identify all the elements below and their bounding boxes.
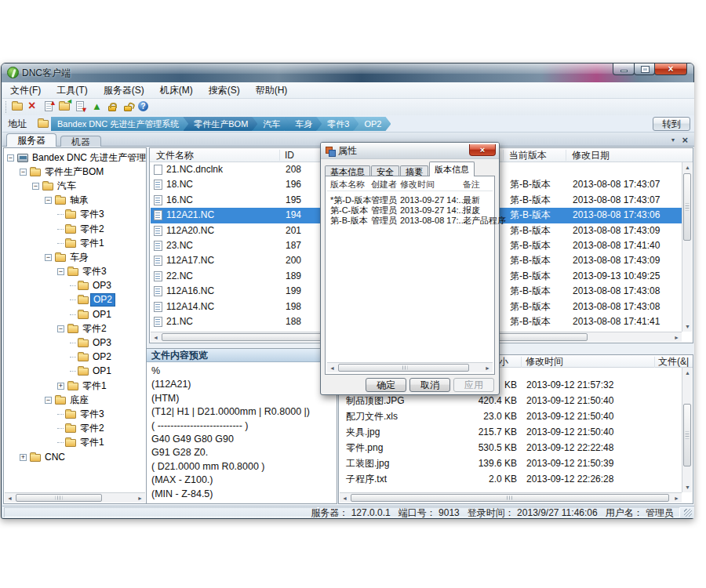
related-vscrollbar[interactable]: ▲▼ — [682, 368, 692, 492]
related-size: 23.0 KB — [471, 408, 517, 424]
dialog-hscrollbar[interactable]: ◄► — [327, 362, 493, 372]
lock-icon[interactable] — [105, 100, 119, 114]
send-to-folder-icon[interactable]: ◄ — [58, 100, 72, 114]
file-version: 第-B-版本 — [510, 193, 551, 208]
related-row-5[interactable]: 工装图.jpg139.6 KB2013-09-12 21:50:39 — [340, 456, 682, 471]
tree-item-OP3[interactable]: OP3 — [4, 336, 146, 350]
version-col-header-2[interactable]: 修改时间 — [400, 179, 435, 190]
resize-grip[interactable] — [684, 509, 692, 517]
tree-item-零件3[interactable]: 零件3 — [4, 208, 146, 222]
collapse-icon[interactable]: − — [20, 169, 27, 176]
file-id: 198 — [286, 299, 301, 314]
view-tab-server[interactable]: 服务器 — [6, 133, 56, 147]
tree-item-OP1[interactable]: OP1 — [4, 307, 146, 321]
related-row-6[interactable]: 子程序.txt2.0 KB2013-09-12 22:26:28 — [340, 471, 682, 487]
related-hscrollbar[interactable]: ◄► — [340, 492, 682, 503]
tree-item-底座[interactable]: −底座 — [4, 393, 146, 407]
tree-item-车身[interactable]: −车身 — [4, 250, 146, 264]
help-icon[interactable]: ? — [136, 100, 151, 114]
version-cell: 老产品程序 — [463, 216, 506, 226]
col-header-id[interactable]: ID — [285, 148, 294, 162]
version-cell: 报废 — [463, 205, 480, 216]
delete-icon[interactable]: × — [27, 100, 41, 114]
expand-icon[interactable]: + — [57, 383, 64, 390]
related-row-2[interactable]: 配刀文件.xls23.0 KB2013-09-12 21:50:40 — [340, 408, 682, 424]
menu-item-4[interactable]: 搜索(S) — [201, 82, 248, 99]
ok-button[interactable]: 确定 — [366, 378, 406, 392]
tree-item-零件3[interactable]: −零件3 — [4, 265, 146, 279]
tree-item-零件1[interactable]: 零件1 — [4, 436, 146, 450]
menu-item-0[interactable]: 文件(F) — [2, 82, 49, 99]
preview-line-5: G40 G49 G80 G90 — [151, 433, 337, 446]
expand-icon[interactable]: + — [20, 454, 27, 461]
version-col-header-3[interactable]: 备注 — [463, 179, 480, 190]
related-row-1[interactable]: 制品顶图.JPG420.4 KB2013-09-12 21:50:40 — [340, 393, 682, 408]
tree-hscrollbar[interactable]: ◄► — [5, 492, 145, 503]
col-header-size[interactable]: 小 — [499, 355, 508, 368]
menu-item-3[interactable]: 机床(M) — [152, 82, 201, 99]
tree-connector — [70, 285, 76, 286]
new-folder-icon[interactable] — [11, 100, 25, 114]
tree-item-Bandex DNC 先进生产管理系统[interactable]: −Bandex DNC 先进生产管理系统 — [4, 151, 146, 165]
col-header-version[interactable]: 当前版本 — [509, 148, 547, 162]
version-row-1[interactable]: 第-C-版本管理员2013-09-27 14:...报废 — [326, 205, 494, 216]
tree-item-零件2[interactable]: −零件2 — [4, 321, 146, 336]
tree-item-零件2[interactable]: 零件2 — [4, 222, 146, 236]
col-header-date[interactable]: 修改日期 — [572, 148, 610, 162]
filelist-vscrollbar[interactable]: ▲▼ — [682, 162, 692, 332]
tree-item-汽车[interactable]: −汽车 — [4, 179, 146, 193]
version-col-header-0[interactable]: 版本名称 — [330, 179, 365, 190]
related-row-3[interactable]: 夹具.jpg215.7 KB2013-09-12 21:50:40 — [340, 424, 682, 440]
collapse-icon[interactable]: − — [45, 397, 52, 404]
folder-icon — [77, 337, 90, 349]
col-header-mtime[interactable]: 修改时间 — [526, 355, 563, 368]
dialog-close-button[interactable]: × — [469, 144, 496, 156]
menu-item-2[interactable]: 服务器(S) — [96, 82, 152, 99]
tree-item-OP1[interactable]: OP1 — [4, 365, 146, 379]
check-out-icon[interactable]: ▼ — [74, 100, 88, 114]
tree-item-零件3[interactable]: 零件3 — [4, 407, 146, 421]
collapse-icon[interactable]: − — [7, 154, 14, 162]
close-button[interactable]: × — [654, 64, 687, 75]
dialog-tab-3[interactable]: 版本信息 — [429, 162, 475, 176]
go-button[interactable]: 转到 — [653, 117, 690, 131]
collapse-icon[interactable]: − — [45, 197, 52, 204]
tree-item-零件2[interactable]: 零件2 — [4, 422, 146, 436]
unlock-icon[interactable] — [121, 100, 135, 114]
upload-icon[interactable]: ▲ — [89, 100, 104, 114]
version-row-0[interactable]: *第-D-版本管理员2013-09-27 14:...最新 — [326, 195, 494, 205]
preview-line-6: G91 G28 Z0. — [151, 446, 337, 459]
collapse-icon[interactable]: − — [45, 254, 52, 261]
tree-item-零件1[interactable]: 零件1 — [4, 236, 146, 250]
tree-item-OP3[interactable]: OP3 — [4, 279, 146, 293]
breadcrumb-item-0[interactable]: Bandex DNC 先进生产管理系统 — [51, 117, 188, 131]
col-header-filename[interactable]: 文件名称 — [156, 148, 194, 162]
collapse-icon[interactable]: − — [32, 183, 39, 190]
tab-close-icon[interactable]: × — [682, 134, 688, 146]
breadcrumb-item-1[interactable]: 零件生产BOM — [183, 117, 257, 131]
breadcrumb-item-2[interactable]: 汽车 — [252, 117, 289, 131]
menu-item-1[interactable]: 工具(T) — [49, 82, 95, 99]
tree-item-零件1[interactable]: +零件1 — [4, 379, 146, 393]
breadcrumb-item-4[interactable]: 零件3 — [316, 117, 358, 131]
col-header-file[interactable]: 文件(&| — [658, 355, 689, 368]
title-bar[interactable]: DNC客户端 — [2, 64, 693, 82]
cancel-button[interactable]: 取消 — [409, 378, 450, 392]
related-row-4[interactable]: 零件.png530.5 KB2013-09-12 22:22:48 — [340, 440, 682, 456]
tree-item-OP2[interactable]: OP2 — [4, 293, 146, 307]
breadcrumb-item-3[interactable]: 车身 — [284, 117, 322, 131]
minimize-button[interactable] — [613, 64, 635, 75]
version-col-header-1[interactable]: 创建者 — [371, 179, 397, 190]
breadcrumb-item-5[interactable]: OP2 — [353, 117, 391, 131]
restore-button[interactable] — [634, 64, 655, 75]
menu-item-5[interactable]: 帮助(H) — [248, 82, 296, 99]
tree-item-OP2[interactable]: OP2 — [4, 350, 146, 365]
tab-dropdown-icon[interactable]: ▼ — [670, 137, 675, 143]
collapse-icon[interactable]: − — [57, 268, 64, 275]
check-in-icon[interactable]: ▲ — [42, 100, 56, 114]
version-row-2[interactable]: 第-B-版本管理员2013-08-08 17:...老产品程序 — [326, 216, 494, 226]
tree-item-轴承[interactable]: −轴承 — [4, 194, 146, 208]
collapse-icon[interactable]: − — [57, 325, 64, 332]
tree-item-CNC[interactable]: +CNC — [4, 450, 146, 464]
tree-item-零件生产BOM[interactable]: −零件生产BOM — [4, 165, 146, 179]
